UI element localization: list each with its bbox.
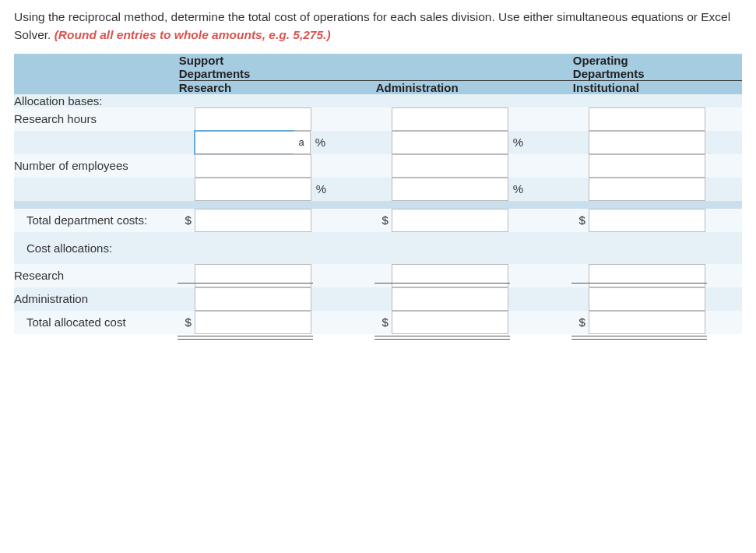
pct-symbol: %	[311, 182, 329, 195]
input-total-dept-research[interactable]	[195, 209, 311, 232]
input-research-hours-admin[interactable]	[392, 107, 508, 131]
label-alloc-admin: Administration	[14, 292, 88, 305]
row-cost-allocations: Cost allocations:	[14, 232, 742, 264]
label-total-dept-costs: Total department costs:	[26, 213, 147, 227]
header-row-2: Departments Departments	[14, 67, 742, 81]
input-num-emp-admin[interactable]	[392, 154, 508, 178]
label-alloc-research: Research	[14, 269, 64, 282]
row-num-employees: Number of employees	[14, 154, 742, 178]
pct-symbol: %	[508, 136, 526, 149]
input-total-alloc-admin[interactable]	[392, 311, 508, 334]
input-alloc-admin-inst[interactable]	[589, 287, 705, 311]
row-total-allocated: Total allocated cost $ $ $	[14, 311, 742, 334]
separator-row	[14, 201, 742, 209]
input-research-hours-pct-admin[interactable]	[392, 131, 508, 154]
dollar-symbol: $	[376, 315, 392, 329]
dollar-symbol: $	[179, 315, 195, 329]
input-total-dept-inst[interactable]	[589, 209, 705, 232]
row-total-dept-costs: Total department costs: $ $ $	[14, 209, 742, 232]
input-num-emp-research[interactable]	[195, 154, 311, 178]
header-row-3: Research Administration Institutional	[14, 80, 742, 94]
row-alloc-research: Research	[14, 264, 742, 287]
input-num-emp-pct-admin[interactable]	[392, 178, 508, 201]
input-num-emp-pct-research[interactable]	[195, 178, 311, 201]
hdr-operating: Operating	[573, 54, 628, 67]
row-allocation-bases: Allocation bases:	[14, 94, 742, 107]
input-alloc-research-inst[interactable]	[589, 264, 705, 287]
dollar-symbol: $	[376, 213, 392, 227]
input-research-hours-pct-inst[interactable]	[589, 131, 705, 154]
pct-symbol: %	[311, 136, 328, 149]
row-num-employees-pct: % %	[14, 178, 742, 201]
input-alloc-research-admin[interactable]	[392, 264, 508, 287]
hdr-support: Support	[179, 54, 224, 67]
row-alloc-admin: Administration	[14, 287, 742, 311]
dollar-symbol: $	[179, 213, 195, 227]
label-allocation-bases: Allocation bases:	[14, 94, 102, 107]
input-alloc-admin-admin[interactable]	[392, 287, 508, 311]
hdr-operating-dept: Departments	[573, 67, 645, 80]
input-total-alloc-research[interactable]	[195, 311, 311, 334]
pct-symbol: %	[508, 182, 526, 195]
input-research-hours-pct-research[interactable]	[195, 131, 294, 154]
row-research-hours-pct: a% %	[14, 131, 742, 154]
hdr-inst-col: Institutional	[573, 81, 639, 94]
question-text-rounding: (Round all entries to whole amounts, e.g…	[55, 28, 331, 41]
input-num-emp-pct-inst[interactable]	[589, 178, 705, 201]
header-row-1: Support Operating	[14, 54, 742, 67]
input-alloc-admin-research[interactable]	[195, 287, 311, 311]
input-total-alloc-inst[interactable]	[589, 311, 705, 334]
label-num-employees: Number of employees	[14, 159, 128, 172]
hdr-admin-col: Administration	[376, 81, 459, 94]
input-total-dept-admin[interactable]	[392, 209, 508, 232]
hdr-research-col: Research	[179, 81, 232, 94]
row-research-hours: Research hours	[14, 107, 742, 131]
question-prompt: Using the reciprocal method, determine t…	[14, 8, 742, 44]
input-num-emp-inst[interactable]	[589, 154, 705, 178]
input-research-hours-research[interactable]	[195, 107, 311, 131]
label-total-allocated: Total allocated cost	[26, 315, 126, 329]
input-alloc-research-research[interactable]	[195, 264, 311, 287]
worksheet-table: Support Operating Departments Department…	[14, 54, 742, 334]
label-research-hours: Research hours	[14, 112, 97, 125]
hdr-support-dept: Departments	[179, 67, 251, 80]
dollar-symbol: $	[573, 213, 589, 227]
input-research-hours-inst[interactable]	[589, 107, 705, 131]
dollar-symbol: $	[573, 315, 589, 329]
marker-a: a	[294, 131, 311, 154]
label-cost-allocations: Cost allocations:	[26, 241, 112, 255]
